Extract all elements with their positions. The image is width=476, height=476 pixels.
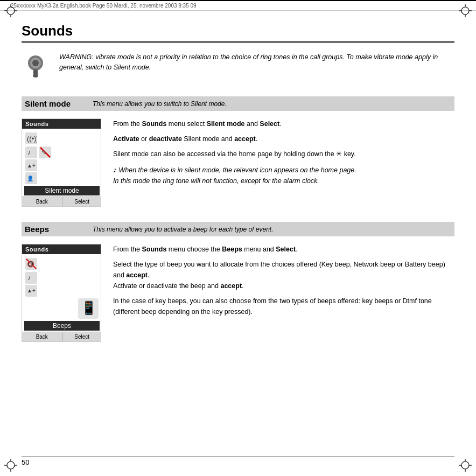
svg-point-15 [461, 461, 469, 469]
beeps-phone-header: Sounds [22, 244, 101, 254]
svg-text:👤: 👤 [27, 175, 34, 182]
page: 25xxxxxxx MyX3-2a English.book Page 50 M… [0, 0, 476, 476]
warning-section: WARNING: vibrate mode is not a priority … [22, 52, 454, 81]
beeps-para2: Select the type of beep you want to allo… [113, 259, 454, 291]
svg-point-10 [7, 461, 15, 469]
svg-point-5 [461, 7, 469, 15]
silent-mode-phone-header: Sounds [22, 119, 101, 129]
silent-mode-phone-menu: ((•)) ♪ ✎ [22, 129, 101, 197]
beeps-para3: In the case of key beeps, you can also c… [113, 296, 454, 317]
crosshair-top-left [4, 4, 17, 17]
svg-point-22 [32, 60, 39, 66]
svg-text:▲+: ▲+ [27, 163, 36, 169]
silent-mode-header: Silent mode This menu allows you to swit… [22, 96, 454, 111]
main-content: Sounds WARNING: vibrate mode is not a pr… [0, 11, 476, 379]
page-title: Sounds [22, 23, 454, 43]
header-text: 25xxxxxxx MyX3-2a English.book Page 50 M… [11, 3, 197, 9]
silent-mode-phone-bottom: Back Select [22, 197, 101, 206]
beeps-subtitle: This menu allows you to activate a beep … [93, 226, 274, 233]
beeps-phone-label: Beeps [24, 321, 100, 331]
silent-mode-note: ♪ When the device is in silent mode, the… [113, 164, 454, 186]
svg-text:🔇: 🔇 [27, 260, 34, 268]
beeps-phone-bottom: Back Select [22, 332, 101, 341]
page-number: 50 [22, 458, 29, 466]
svg-text:♪: ♪ [27, 274, 31, 282]
svg-text:📱: 📱 [81, 300, 97, 316]
crosshair-top-right [459, 4, 472, 17]
svg-text:▲+: ▲+ [27, 288, 36, 293]
svg-point-0 [7, 7, 15, 15]
silent-mode-phone-ui: Sounds ((•)) [22, 119, 101, 206]
vibrate-icon [22, 53, 50, 81]
silent-mode-para2: Activate or deactivate Silent mode and a… [113, 134, 454, 144]
crosshair-bottom-right [459, 459, 472, 472]
beeps-para1: From the Sounds menu choose the Beeps me… [113, 244, 454, 255]
silent-mode-para1: From the Sounds menu select Silent mode … [113, 118, 454, 129]
svg-text:((•)): ((•)) [27, 135, 37, 143]
silent-mode-para3: Silent mode can also be accessed via the… [113, 149, 454, 159]
silent-mode-phone-label: Silent mode [24, 186, 100, 195]
beeps-back-btn[interactable]: Back [22, 332, 62, 341]
beeps-phone-screen: Sounds 🔇 [22, 244, 101, 342]
crosshair-bottom-left [4, 459, 17, 472]
silent-mode-select-btn[interactable]: Select [62, 197, 102, 206]
svg-point-24 [33, 74, 38, 78]
silent-mode-back-btn[interactable]: Back [22, 197, 62, 206]
top-bar: 25xxxxxxx MyX3-2a English.book Page 50 M… [0, 0, 476, 11]
beeps-content: Sounds 🔇 [22, 244, 454, 342]
svg-text:♪: ♪ [27, 149, 31, 156]
silent-mode-text: From the Sounds menu select Silent mode … [113, 118, 454, 191]
svg-text:✎: ✎ [41, 149, 46, 156]
beeps-phone-ui: Sounds 🔇 [22, 244, 101, 341]
silent-mode-phone-screen: Sounds ((•)) [22, 118, 101, 207]
warning-text: WARNING: vibrate mode is not a priority … [59, 52, 454, 73]
silent-mode-content: Sounds ((•)) [22, 118, 454, 207]
silent-mode-subtitle: This menu allows you to switch to Silent… [93, 100, 227, 108]
beeps-title: Beeps [25, 225, 84, 234]
beeps-header: Beeps This menu allows you to activate a… [22, 222, 454, 236]
bottom-line [22, 456, 454, 457]
beeps-text: From the Sounds menu choose the Beeps me… [113, 244, 454, 321]
silent-mode-title: Silent mode [25, 99, 84, 108]
beeps-phone-menu: 🔇 ♪ ▲+ [22, 254, 101, 332]
beeps-select-btn[interactable]: Select [62, 332, 102, 341]
